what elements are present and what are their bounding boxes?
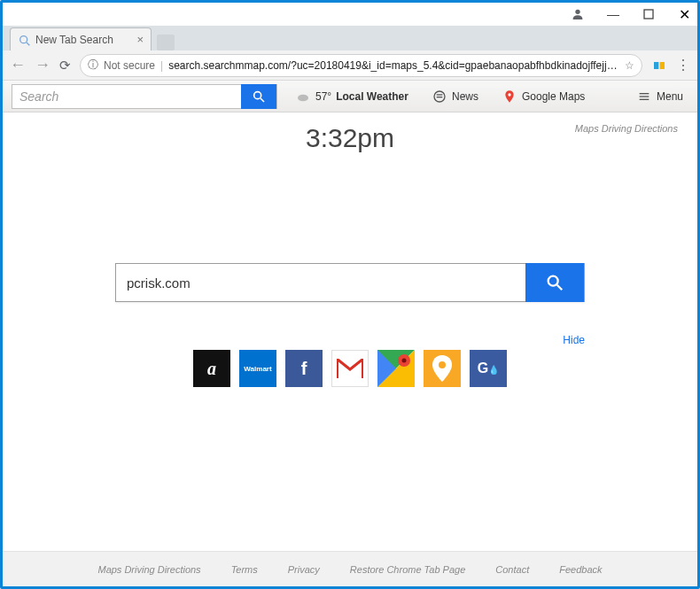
- address-bar-row: ← → ⟳ ⓘ Not secure | search.searchmmap.c…: [3, 50, 697, 81]
- toolbar-search: [12, 84, 277, 109]
- svg-point-0: [575, 10, 579, 14]
- url-text: search.searchmmap.com/?uc=20180419&i_id=…: [168, 59, 619, 72]
- browser-tab[interactable]: New Tab Search ×: [10, 27, 152, 50]
- omnibox[interactable]: ⓘ Not secure | search.searchmmap.com/?uc…: [80, 54, 642, 77]
- svg-point-2: [20, 35, 27, 43]
- google-maps-link[interactable]: Google Maps: [496, 86, 590, 107]
- menu-label: Menu: [657, 90, 683, 103]
- main-search-button[interactable]: [525, 263, 584, 302]
- svg-rect-1: [644, 10, 653, 19]
- tile-gmail[interactable]: [331, 350, 369, 387]
- footer-link[interactable]: Restore Chrome Tab Page: [350, 564, 465, 575]
- weather-label: Local Weather: [336, 90, 408, 103]
- footer-link[interactable]: Maps Driving Directions: [97, 564, 200, 575]
- svg-point-8: [298, 94, 308, 101]
- tile-directions[interactable]: [424, 350, 461, 387]
- svg-line-3: [27, 43, 29, 45]
- maps-label: Google Maps: [522, 90, 585, 103]
- hamburger-icon: [636, 89, 652, 105]
- toolbar-search-button[interactable]: [241, 84, 276, 109]
- svg-point-16: [548, 276, 558, 286]
- reload-button[interactable]: ⟳: [59, 58, 71, 74]
- forward-button[interactable]: →: [35, 56, 51, 74]
- svg-rect-5: [660, 62, 665, 69]
- hide-link[interactable]: Hide: [115, 334, 585, 346]
- footer-link[interactable]: Terms: [231, 564, 258, 575]
- bookmark-star-icon[interactable]: ☆: [625, 59, 634, 72]
- footer-link[interactable]: Feedback: [559, 564, 602, 575]
- svg-line-7: [261, 98, 264, 102]
- tab-close-icon[interactable]: ×: [136, 33, 144, 46]
- page-footer: Maps Driving Directions Terms Privacy Re…: [3, 551, 697, 586]
- page-content: 3:32pm Maps Driving Directions Hide a Wa…: [3, 112, 697, 551]
- brand-text: Maps Driving Directions: [575, 123, 678, 134]
- tile-walmart[interactable]: Walmart: [239, 350, 276, 387]
- page-toolbar: 57° Local Weather News Google Maps Menu: [3, 81, 697, 112]
- weather-temp: 57°: [315, 90, 331, 103]
- minimize-button[interactable]: —: [605, 6, 621, 22]
- svg-rect-4: [654, 62, 658, 69]
- quick-links-row: a Walmart f G💧: [193, 350, 507, 387]
- close-button[interactable]: ✕: [676, 6, 692, 22]
- tab-strip: New Tab Search ×: [3, 26, 697, 50]
- google-maps-icon: [377, 350, 415, 387]
- window-titlebar: — ✕: [3, 3, 697, 26]
- maximize-button[interactable]: [641, 6, 657, 22]
- info-icon: ⓘ: [88, 58, 98, 73]
- svg-point-23: [402, 359, 407, 363]
- main-search: [115, 263, 585, 302]
- weather-widget[interactable]: 57° Local Weather: [290, 86, 414, 107]
- tile-amazon[interactable]: a: [193, 350, 230, 387]
- tile-google-maps[interactable]: [377, 350, 415, 387]
- svg-line-17: [557, 285, 563, 291]
- svg-point-12: [508, 93, 510, 96]
- menu-button[interactable]: Menu: [631, 86, 688, 107]
- tab-title: New Tab Search: [35, 34, 113, 46]
- maps-pin-icon: [502, 89, 517, 105]
- toolbar-search-input[interactable]: [12, 89, 241, 104]
- svg-point-6: [254, 91, 261, 98]
- news-link[interactable]: News: [426, 86, 484, 107]
- gmail-icon: [337, 359, 363, 378]
- profile-icon[interactable]: [570, 6, 586, 22]
- news-icon: [432, 89, 447, 105]
- tile-facebook[interactable]: f: [285, 350, 323, 387]
- weather-icon: [295, 89, 311, 105]
- chrome-menu-icon[interactable]: ⋮: [676, 57, 690, 74]
- news-label: News: [452, 90, 478, 103]
- security-label: Not secure: [104, 59, 155, 72]
- main-search-input[interactable]: [116, 275, 525, 291]
- back-button[interactable]: ←: [10, 56, 26, 74]
- directions-icon: [424, 350, 461, 387]
- footer-link[interactable]: Privacy: [288, 564, 320, 575]
- tile-gas[interactable]: G💧: [470, 350, 507, 387]
- extension-icon[interactable]: [651, 58, 667, 74]
- svg-point-25: [439, 361, 446, 368]
- footer-link[interactable]: Contact: [495, 564, 529, 575]
- search-icon: [18, 34, 30, 46]
- clock-display: 3:32pm: [306, 123, 394, 153]
- new-tab-button[interactable]: [157, 35, 175, 50]
